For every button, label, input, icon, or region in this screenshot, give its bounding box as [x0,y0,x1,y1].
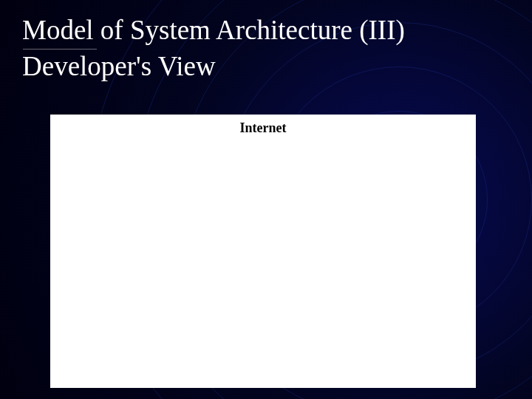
content-label: Internet [240,120,287,136]
title-line-1: Model of System Architecture (III) [22,13,405,47]
slide-title: Model of System Architecture (III) Devel… [22,13,405,84]
title-line-2: Developer's View [22,50,405,83]
content-area: Internet [50,115,476,388]
